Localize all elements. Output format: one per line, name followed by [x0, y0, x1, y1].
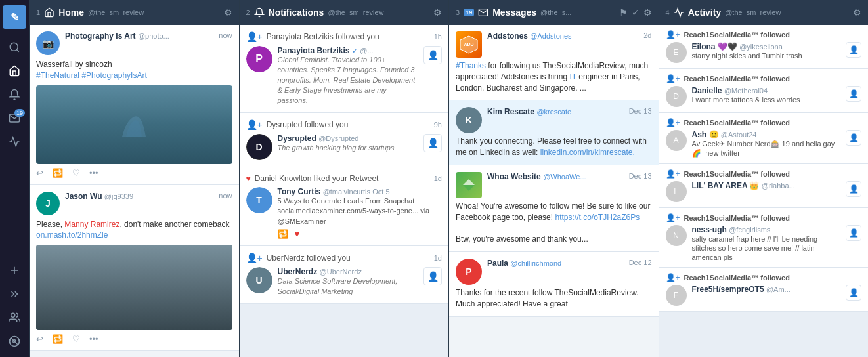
tweet-jason-handle: @jq9339 [104, 192, 133, 200]
notif-tony-meta: Tony Curtis @tmalvincurtis Oct 5 [278, 187, 443, 196]
free5h-follow-btn[interactable]: 👤 [846, 285, 861, 301]
msg-kim-sender: Kim Rescate [487, 107, 534, 116]
home-header-actions: ⚙ [224, 7, 232, 18]
svg-line-1 [16, 49, 18, 51]
tweet-jason-time: now [219, 192, 232, 200]
addstones-avatar: ADD [456, 32, 482, 58]
dysrupted-follow-btn[interactable]: 👤 [423, 134, 442, 152]
activity-filter-icon[interactable]: ⚙ [853, 7, 861, 18]
msg-whoa-text: Whoa! You're awesome to follow me! Be su… [456, 201, 652, 245]
column-messages: 3 19 Messages @the_s... ⚑ ✓ ⚙ ADD [448, 0, 659, 357]
sidebar-item-home[interactable] [3, 60, 26, 81]
sidebar-item-search[interactable] [3, 37, 26, 58]
follow-icon-a2: 👤+ [666, 74, 680, 83]
msg-addstones-text: #Thanks for following us TheSocialMediaR… [456, 60, 652, 93]
reply-action[interactable]: ↩ [36, 168, 43, 178]
msg-kim[interactable]: K Kim Rescate @krescate Dec 13 Thank you… [449, 100, 659, 165]
retweet-icon[interactable]: 🔁 [278, 229, 288, 239]
retweet-action[interactable]: 🔁 [53, 168, 63, 178]
ness-name-row: ness-ugh @fcngirlisms [692, 225, 841, 234]
activity-lil-action-row: 👤+ Reach1SocialMedia™ followed [666, 169, 862, 178]
activity-lil: 👤+ Reach1SocialMedia™ followed L LIL' BA… [659, 164, 869, 208]
bell-icon [254, 7, 265, 18]
notif-panayiota: 👤+ Panayiota Bertzikis followed you 1h P… [240, 25, 449, 113]
msg-whoa[interactable]: Whoa Website @WhoaWe... Dec 13 Whoa! You… [449, 165, 659, 252]
column-notifications: 2 Notifications @the_sm_review ⚙ 👤+ Pana… [239, 0, 449, 357]
eilona-follow-btn[interactable]: 👤 [846, 42, 861, 58]
tweet-jason-image [36, 245, 232, 330]
more-action[interactable]: ••• [89, 168, 98, 178]
notif-tony-avatar: T [246, 187, 272, 213]
like-action-2[interactable]: ♡ [72, 334, 80, 344]
retweet-action-2[interactable]: 🔁 [53, 334, 63, 344]
lil-follow-btn[interactable]: 👤 [846, 181, 861, 197]
tweet-jason-meta: Jason Wu @jq9339 [65, 192, 213, 201]
more-action-2[interactable]: ••• [89, 334, 98, 344]
activity-ash-body: A Ash 🙂 @Astout24 Av Geek✈ Number Nerd🎰 … [666, 130, 862, 158]
msg-check-icon[interactable]: ✓ [632, 7, 640, 18]
notif-tony-text: 5 Ways to Generate Leads From Snapchat s… [278, 196, 443, 226]
activity-ness-action-row: 👤+ Reach1SocialMedia™ followed [666, 213, 862, 222]
sidebar-item-compose[interactable] [3, 260, 26, 281]
lil-content: LIL' BAY AREA 👑 @riahba... [692, 181, 841, 190]
activity-header-actions: ⚙ [853, 7, 861, 18]
follow-icon: 👤+ [246, 32, 263, 42]
svg-text:ADD: ADD [464, 42, 473, 47]
reply-action-2[interactable]: ↩ [36, 334, 43, 344]
notif-ubernerdz-body: U UberNerdz @UberNerdz Data Science Soft… [246, 267, 443, 297]
msg-flag-icon[interactable]: ⚑ [619, 7, 628, 18]
msg-paula[interactable]: P Paula @chillirichmond Dec 12 Thanks fo… [449, 252, 659, 317]
like-action[interactable]: ♡ [72, 168, 80, 178]
sidebar-item-messages[interactable]: 19 [3, 108, 26, 129]
notifications-header: 2 Notifications @the_sm_review ⚙ [240, 0, 449, 25]
notif-panayiota-bio: Global Feminist. Traveled to 100+ countr… [278, 55, 419, 106]
notif-filter-icon[interactable]: ⚙ [433, 7, 442, 18]
ness-follow-btn[interactable]: 👤 [846, 225, 861, 241]
sidebar-item-expand[interactable] [3, 284, 26, 304]
notif-daniel-action: Daniel Knowlton liked your Retweet [255, 174, 430, 183]
follow-icon-a3: 👤+ [666, 118, 680, 127]
tweet-jason: J Jason Wu @jq9339 now Please, Manny Ram… [30, 185, 239, 352]
msg-addstones[interactable]: ADD Addstones @Addstones 2d #Thanks for … [449, 25, 659, 100]
home-col-number: 1 [36, 9, 40, 16]
msg-paula-header: P Paula @chillirichmond Dec 12 [456, 259, 652, 285]
eilona-avatar: E [666, 42, 687, 63]
msg-whoa-meta: Whoa Website @WhoaWe... [487, 172, 624, 181]
notif-dysrupted-action: Dysrupted followed you [267, 120, 430, 129]
sidebar-item-notifications[interactable] [3, 84, 26, 105]
follow-icon-a5: 👤+ [666, 213, 680, 222]
notif-panayiota-header: 👤+ Panayiota Bertzikis followed you 1h [246, 32, 443, 42]
msg-addstones-meta: Addstones @Addstones [487, 32, 638, 41]
panayiota-follow-btn[interactable]: 👤 [423, 46, 442, 64]
whoa-avatar [456, 172, 482, 198]
column-activity: 4 Activity @the_sm_review ⚙ 👤+ Reach1Soc… [659, 0, 869, 357]
tweet-photography: 📷 Photography Is Art @photo... now Wasse… [30, 25, 239, 185]
msg-filter-icon[interactable]: ⚙ [643, 7, 652, 18]
ubernerdz-follow-btn[interactable]: 👤 [423, 267, 442, 285]
tweet-jason-link[interactable]: on.mash.to/2hhmZle [36, 230, 108, 240]
notif-tony-handle: @tmalvincurtis [323, 188, 370, 196]
notif-panayiota-action: Panayiota Bertzikis followed you [267, 32, 430, 41]
sidebar-item-settings[interactable] [3, 331, 26, 352]
activity-ness-action: Reach1SocialMedia™ followed [684, 214, 790, 222]
home-header: 1 Home @the_sm_review ⚙ [30, 0, 239, 25]
home-filter-icon[interactable]: ⚙ [224, 7, 232, 18]
sidebar-item-users[interactable] [3, 307, 26, 328]
ash-follow-btn[interactable]: 👤 [846, 130, 861, 146]
danielle-avatar: D [666, 86, 687, 107]
notif-tony-actions: 🔁 ♥ [278, 229, 443, 239]
activity-col-number: 4 [666, 9, 670, 16]
liked-heart-icon[interactable]: ♥ [295, 229, 300, 239]
activity-ash-action-row: 👤+ Reach1SocialMedia™ followed [666, 118, 862, 127]
notif-panayiota-avatar: P [246, 46, 272, 72]
ash-avatar: A [666, 130, 687, 151]
notif-ubernerdz-time: 1d [434, 254, 442, 262]
notif-panayiota-body: P Panayiota Bertzikis ✓ @... Global Femi… [246, 46, 443, 106]
danielle-follow-btn[interactable]: 👤 [846, 86, 861, 102]
notif-ubernerdz-name-row: UberNerdz @UberNerdz [278, 267, 419, 276]
tweet-jason-name: Jason Wu [65, 192, 102, 201]
sidebar-item-activity[interactable] [3, 131, 26, 152]
free5h-name-row: Free5H/sempreOT5 @Am... [692, 285, 841, 294]
app-logo[interactable]: ✎ [3, 5, 26, 29]
notifications-content: 👤+ Panayiota Bertzikis followed you 1h P… [240, 25, 449, 357]
